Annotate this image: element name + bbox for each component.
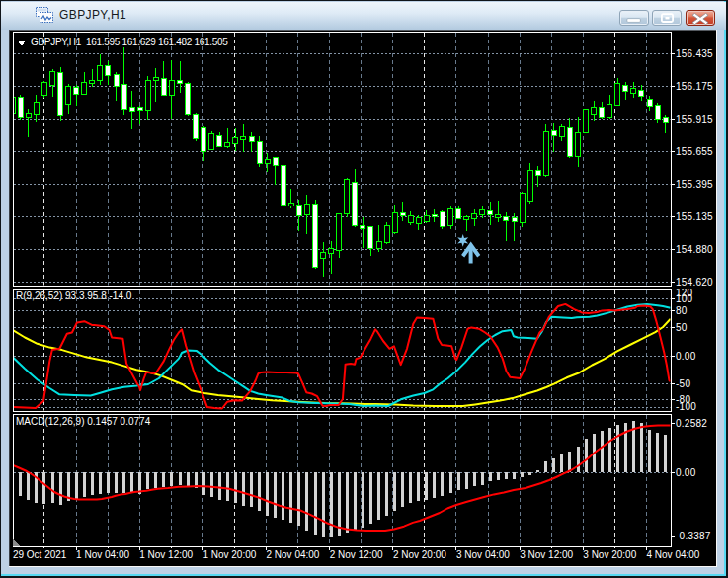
svg-text:4 Nov 04:00: 4 Nov 04:00 xyxy=(647,549,700,560)
svg-text:156.435: 156.435 xyxy=(676,48,713,59)
svg-text:80: 80 xyxy=(676,305,688,316)
svg-text:50: 50 xyxy=(676,322,688,333)
svg-text:-100: -100 xyxy=(676,401,696,412)
svg-text:154.880: 154.880 xyxy=(676,244,713,255)
svg-text:29 Oct 2021: 29 Oct 2021 xyxy=(13,549,67,560)
svg-text:MACD(12,26,9) 0.1457 0.0774: MACD(12,26,9) 0.1457 0.0774 xyxy=(16,416,151,427)
svg-text:1 Nov 12:00: 1 Nov 12:00 xyxy=(139,549,193,560)
svg-text:1 Nov 04:00: 1 Nov 04:00 xyxy=(76,549,129,560)
svg-text:154.620: 154.620 xyxy=(676,277,713,288)
svg-text:3 Nov 20:00: 3 Nov 20:00 xyxy=(583,549,636,560)
svg-text:3 Nov 04:00: 3 Nov 04:00 xyxy=(456,549,510,560)
svg-text:2 Nov 20:00: 2 Nov 20:00 xyxy=(393,549,446,560)
svg-text:100: 100 xyxy=(676,293,693,304)
svg-text:GBPJPY,H1 161.595 161.629 161: GBPJPY,H1 161.595 161.629 161.482 161.50… xyxy=(31,37,228,47)
svg-text:1 Nov 20:00: 1 Nov 20:00 xyxy=(202,549,256,560)
svg-text:155.135: 155.135 xyxy=(676,211,713,222)
svg-text:2 Nov 04:00: 2 Nov 04:00 xyxy=(267,549,320,560)
svg-text:-50: -50 xyxy=(676,378,690,389)
svg-text:0.00: 0.00 xyxy=(676,351,696,362)
svg-text:0.00: 0.00 xyxy=(676,467,696,478)
svg-text:2 Nov 12:00: 2 Nov 12:00 xyxy=(330,549,383,560)
svg-text:155.915: 155.915 xyxy=(676,114,713,124)
svg-text:-0.3387: -0.3387 xyxy=(676,531,711,541)
svg-text:R(9,26,52) 93.3 95.8 -14.0: R(9,26,52) 93.3 95.8 -14.0 xyxy=(16,290,132,301)
svg-text:3 Nov 12:00: 3 Nov 12:00 xyxy=(520,549,573,560)
svg-text:155.655: 155.655 xyxy=(676,146,713,157)
svg-text:155.395: 155.395 xyxy=(676,179,713,190)
svg-text:0.2582: 0.2582 xyxy=(676,418,707,429)
svg-text:156.175: 156.175 xyxy=(676,81,713,92)
